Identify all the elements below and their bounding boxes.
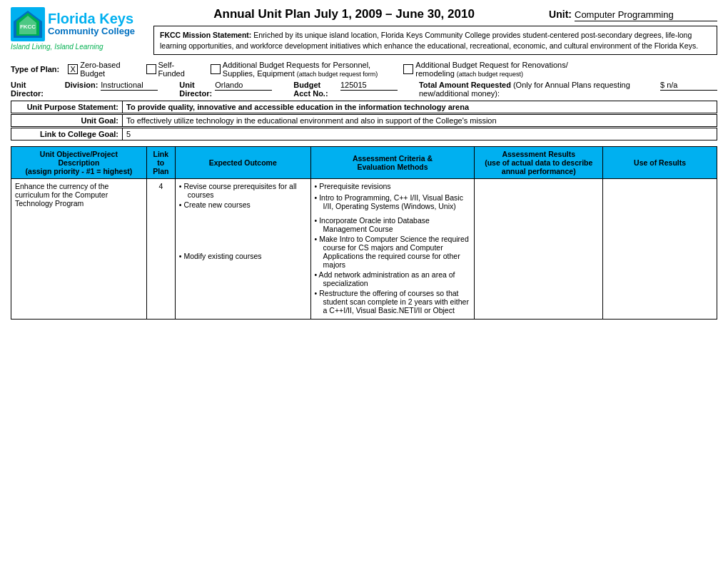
- th-results-line2: (use of actual data to describe: [485, 158, 592, 167]
- college-goal-value: 5: [122, 128, 717, 140]
- th-criteria-line1: Assessment Criteria &: [353, 154, 433, 163]
- th-obj-line2: Description: [59, 158, 100, 167]
- logo-tagline: Island Living, Island Learning: [11, 43, 103, 51]
- total-label: Total Amount Requested (Only for Annual …: [419, 81, 657, 98]
- criteria-2: • Intro to Programming, C++ I/II, Visual…: [323, 193, 471, 210]
- budget-value: 125015: [340, 81, 398, 91]
- th-results: Assessment Results (use of actual data t…: [475, 147, 603, 179]
- purpose-statement-label: Unit Purpose Statement:: [11, 101, 122, 113]
- th-link: Link to Plan: [146, 147, 175, 179]
- logo-community-college: Community College: [48, 26, 135, 37]
- director-value: Orlando: [215, 81, 272, 91]
- division-label: Division:: [65, 81, 98, 89]
- td-link: 4: [146, 179, 175, 320]
- td-objective: Enhance the currency of the curriculum f…: [11, 179, 147, 320]
- header-center: Annual Unit Plan July 1, 2009 – June 30,…: [153, 7, 717, 55]
- division-item: Division: Instructional: [65, 81, 158, 91]
- unit-label-area: Unit: Computer Programming: [549, 9, 717, 21]
- logo-florida-keys: Florida Keys: [48, 11, 135, 26]
- unit-label: Unit:: [549, 9, 572, 20]
- th-results-line3: annual performance): [502, 167, 576, 175]
- th-obj-line1: Unit Objective/Project: [40, 150, 118, 158]
- checkbox-self-funded: Self-Funded: [146, 61, 185, 78]
- td-criteria: • Prerequisite revisions • Intro to Prog…: [310, 179, 475, 320]
- checkbox-renovations: Additional Budget Request for Renovation…: [403, 61, 567, 78]
- criteria-3: • Incorporate Oracle into Database Manag…: [323, 216, 471, 233]
- checkbox-renovations-label: Additional Budget Request for Renovation…: [415, 61, 567, 78]
- outcome-3: • Modify existing courses: [188, 252, 307, 260]
- college-goal-row: Link to College Goal: 5: [11, 128, 717, 140]
- checkbox-self-funded-box: [146, 64, 156, 74]
- outcome-2: • Create new courses: [188, 200, 307, 209]
- header-section: FKCC Florida Keys Community College Isla…: [11, 7, 717, 55]
- td-results: [475, 179, 603, 320]
- th-criteria: Assessment Criteria & Evaluation Methods: [310, 147, 475, 179]
- total-value: $ n/a: [660, 81, 717, 91]
- purpose-statement-value: To provide quality, innovative and acces…: [122, 101, 717, 113]
- th-link-line3: Plan: [153, 167, 168, 175]
- division-row: UnitDirector: Division: Instructional Un…: [11, 81, 717, 98]
- logo-box: FKCC Florida Keys Community College: [11, 7, 135, 41]
- criteria-6: • Restructure the offering of courses so…: [323, 289, 471, 315]
- td-use-of-results: [603, 179, 717, 320]
- table-header-row: Unit Objective/Project Description (assi…: [11, 147, 717, 179]
- checkbox-zero-based-label: Zero-basedBudget: [80, 61, 120, 78]
- checkbox-zero-based-box: X: [68, 64, 78, 74]
- th-link-line2: to: [157, 158, 164, 167]
- td-outcomes: • Revise course prerequisites for all co…: [175, 179, 310, 320]
- objective-text: Enhance the currency of the curriculum f…: [15, 182, 108, 208]
- checkbox-renovations-box: [403, 64, 413, 74]
- outcome-1: • Revise course prerequisites for all co…: [188, 182, 307, 199]
- purpose-section: Unit Purpose Statement: To provide quali…: [11, 101, 717, 140]
- link-value: 4: [158, 182, 163, 190]
- criteria-5: • Add network administration as an area …: [323, 270, 471, 287]
- unit-goal-row: Unit Goal: To effectively utilize techno…: [11, 114, 717, 127]
- mission-box: FKCC Mission Statement: Enriched by its …: [153, 26, 717, 55]
- director-label: Unit Director:: [179, 81, 212, 98]
- criteria-4: • Make Intro to Computer Science the req…: [323, 235, 471, 269]
- total-item: Total Amount Requested (Only for Annual …: [419, 81, 717, 98]
- checkbox-additional-budget-box: [211, 64, 221, 74]
- table-row: Enhance the currency of the curriculum f…: [11, 179, 717, 320]
- main-title: Annual Unit Plan July 1, 2009 – June 30,…: [213, 7, 475, 21]
- th-criteria-line2: Evaluation Methods: [357, 163, 428, 171]
- unit-goal-label: Unit Goal:: [11, 115, 122, 126]
- th-outcome-line1: Expected Outcome: [209, 158, 277, 167]
- title-line: Annual Unit Plan July 1, 2009 – June 30,…: [153, 7, 717, 21]
- unit-goal-value: To effectively utilize technology in the…: [122, 115, 717, 126]
- th-link-line1: Link: [153, 150, 169, 158]
- logo-text: Florida Keys Community College: [48, 11, 135, 37]
- th-outcome: Expected Outcome: [175, 147, 310, 179]
- checkbox-self-funded-label: Self-Funded: [158, 61, 185, 78]
- checkbox-additional-budget: Additional Budget Requests for Personnel…: [211, 61, 378, 78]
- main-table: Unit Objective/Project Description (assi…: [11, 146, 717, 320]
- mission-bold: FKCC Mission Statement:: [160, 31, 251, 39]
- fkcc-logo-icon: FKCC: [11, 7, 45, 41]
- division-value: Instructional: [101, 81, 158, 91]
- th-results-line1: Assessment Results: [502, 150, 575, 158]
- th-use-of-results: Use of Results: [603, 147, 717, 179]
- criteria-1: • Prerequisite revisions: [323, 182, 471, 190]
- type-of-plan-row: Type of Plan: X Zero-basedBudget Self-Fu…: [11, 61, 717, 78]
- th-obj-line3: (assign priority - #1 = highest): [26, 167, 133, 175]
- unit-director-header: UnitDirector:: [11, 81, 44, 98]
- college-goal-label: Link to College Goal:: [11, 128, 122, 140]
- th-objective: Unit Objective/Project Description (assi…: [11, 147, 147, 179]
- budget-item: Budget Acct No.: 125015: [293, 81, 398, 98]
- unit-value: Computer Programming: [575, 9, 717, 21]
- type-of-plan-label: Type of Plan:: [11, 65, 59, 73]
- svg-text:FKCC: FKCC: [20, 24, 36, 30]
- checkbox-zero-based: X Zero-basedBudget: [68, 61, 120, 78]
- checkbox-additional-budget-label: Additional Budget Requests for Personnel…: [223, 61, 378, 78]
- budget-label: Budget Acct No.:: [293, 81, 338, 98]
- th-use-line1: Use of Results: [634, 158, 686, 167]
- logo-area: FKCC Florida Keys Community College Isla…: [11, 7, 153, 51]
- purpose-statement-row: Unit Purpose Statement: To provide quali…: [11, 101, 717, 113]
- director-item: Unit Director: Orlando: [179, 81, 272, 98]
